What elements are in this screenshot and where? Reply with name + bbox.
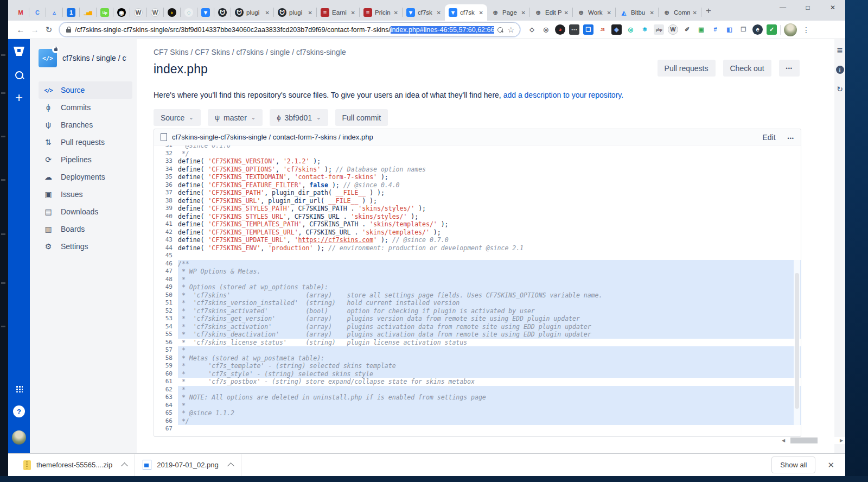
line-number[interactable]: 47 bbox=[154, 268, 178, 276]
tab-close-icon[interactable]: ✕ bbox=[351, 10, 355, 16]
url-text[interactable]: /cf7skins-single-cf7skins-single/src/3bf… bbox=[75, 26, 494, 34]
create-plus-icon[interactable]: + bbox=[15, 92, 23, 103]
pinned-tab-gmail[interactable]: M bbox=[12, 4, 29, 21]
scroll-left-arrow[interactable]: ◀ bbox=[780, 438, 787, 443]
sidebar-item-deployments[interactable]: ☁Deployments bbox=[39, 168, 132, 186]
wordpress-ext-icon[interactable]: W bbox=[668, 24, 678, 35]
tab-close-icon[interactable]: ✕ bbox=[479, 10, 483, 16]
show-all-button[interactable]: Show all bbox=[771, 456, 815, 473]
line-number[interactable]: 53 bbox=[154, 315, 178, 323]
pinned-tab-github-pinned[interactable]: ᗢ bbox=[214, 4, 231, 21]
dark-cube-ext-icon[interactable]: ◆ bbox=[611, 24, 622, 35]
full-commit-button[interactable]: Full commit bbox=[335, 109, 388, 126]
line-number[interactable]: 50 bbox=[154, 291, 178, 300]
chevron-up-icon[interactable] bbox=[121, 462, 128, 470]
tab-close-icon[interactable]: ✕ bbox=[308, 10, 312, 16]
line-number[interactable]: 61 bbox=[154, 378, 178, 386]
ellipsis-box-ext-icon[interactable]: ⋯ bbox=[569, 24, 579, 35]
edit-button[interactable]: Edit bbox=[762, 133, 775, 142]
tab-cf7sk[interactable]: ▼cf7sk✕ bbox=[445, 4, 487, 21]
line-number[interactable]: 44 bbox=[154, 244, 178, 252]
tab-plugi[interactable]: ᗢplugi✕ bbox=[231, 4, 273, 21]
source-dropdown[interactable]: Source bbox=[154, 109, 201, 126]
shield-ext-icon[interactable]: ◇ bbox=[527, 24, 537, 35]
breadcrumb[interactable]: CF7 Skins / CF7 Skins / cf7skins / singl… bbox=[154, 48, 834, 56]
line-number[interactable]: 42 bbox=[154, 229, 178, 237]
downloads-close-icon[interactable]: ✕ bbox=[827, 460, 834, 470]
sync-icon[interactable]: ↻ bbox=[837, 85, 843, 93]
forward-button[interactable]: → bbox=[28, 25, 42, 34]
pinned-tab-teal-dot[interactable]: ◌ bbox=[181, 4, 197, 21]
more-actions-button[interactable] bbox=[779, 60, 800, 77]
tab-cf7sk[interactable]: ▼cf7sk✕ bbox=[403, 4, 445, 21]
pinned-tab-upwork[interactable]: Up bbox=[97, 4, 113, 21]
camera-ext-icon[interactable]: ◎ bbox=[541, 24, 551, 35]
pinned-tab-c-logo[interactable]: C bbox=[29, 4, 46, 21]
line-number[interactable]: 62 bbox=[154, 386, 178, 394]
branch-dropdown[interactable]: ψmaster bbox=[208, 109, 263, 126]
view-details-icon[interactable]: ≣ bbox=[837, 47, 843, 54]
new-tab-button[interactable]: + bbox=[706, 5, 711, 16]
pinned-tab-bitbucket-pinned[interactable]: ▼ bbox=[197, 4, 214, 21]
file-more-button[interactable] bbox=[788, 132, 794, 142]
line-number[interactable]: 52 bbox=[154, 307, 178, 315]
screenshot-ext-icon[interactable]: ❏ bbox=[583, 24, 593, 35]
address-bar[interactable]: /cf7skins-single-cf7skins-single/src/3bf… bbox=[59, 22, 520, 37]
maximize-button[interactable]: □ bbox=[795, 0, 820, 15]
pinned-tab-google-calendar[interactable]: 1 bbox=[63, 4, 79, 21]
repo-header[interactable]: </> cf7skins / single / cf7s... bbox=[39, 49, 132, 67]
pinned-tab-wordpress-1[interactable]: W bbox=[130, 4, 146, 21]
sidebar-item-branches[interactable]: ψBranches bbox=[39, 116, 132, 134]
line-number[interactable]: 49 bbox=[154, 283, 178, 291]
tab-close-icon[interactable]: ✕ bbox=[693, 10, 697, 16]
check-out-button[interactable]: Check out bbox=[723, 60, 771, 77]
commit-dropdown[interactable]: ϕ3bf9d01 bbox=[270, 109, 328, 126]
tag-blue-ext-icon[interactable]: ◧ bbox=[724, 24, 735, 35]
line-number[interactable]: 32 bbox=[154, 150, 178, 158]
sidebar-item-commits[interactable]: ϕCommits bbox=[39, 99, 132, 116]
sidebar-item-pull-requests[interactable]: ⇅Pull requests bbox=[39, 134, 132, 151]
sidebar-item-settings[interactable]: ⚙Settings bbox=[39, 238, 132, 255]
search-icon[interactable] bbox=[15, 71, 23, 79]
download-item[interactable]: 2019-07-01_02.png bbox=[135, 460, 241, 470]
tab-earni[interactable]: ≡Earni✕ bbox=[317, 4, 359, 21]
js-inspector-ext-icon[interactable]: JS bbox=[597, 24, 608, 35]
line-number[interactable]: 63 bbox=[154, 394, 178, 402]
line-number[interactable]: 67 bbox=[154, 425, 178, 433]
line-number[interactable]: 46 bbox=[154, 260, 178, 268]
line-number[interactable]: 36 bbox=[154, 181, 178, 189]
grid-blue-ext-icon[interactable]: # bbox=[710, 24, 720, 35]
pinned-tab-google-analytics[interactable]: ▁▅▇ bbox=[80, 4, 96, 21]
scroll-right-arrow[interactable]: ▶ bbox=[838, 438, 845, 443]
line-number[interactable]: 56 bbox=[154, 339, 178, 347]
chevron-up-icon[interactable] bbox=[227, 462, 234, 470]
tab-pricin[interactable]: ≡Pricin✕ bbox=[360, 4, 402, 21]
browser-profile-avatar[interactable] bbox=[784, 23, 797, 36]
pinned-tab-wordpress-2[interactable]: W bbox=[147, 4, 163, 21]
crop-green-ext-icon[interactable]: ▣ bbox=[696, 24, 706, 35]
file-path[interactable]: cf7skins-single-cf7skins-single / contac… bbox=[172, 133, 762, 141]
tab-work[interactable]: ⊕Work✕ bbox=[573, 4, 615, 21]
pull-requests-button[interactable]: Pull requests bbox=[658, 60, 716, 77]
pinned-tab-dark-badge[interactable]: ◗ bbox=[164, 4, 180, 21]
tab-close-icon[interactable]: ✕ bbox=[265, 10, 270, 16]
php-ext-icon[interactable]: php bbox=[654, 24, 664, 35]
line-number[interactable]: 58 bbox=[154, 354, 178, 363]
omnibox-search-icon[interactable] bbox=[497, 27, 503, 33]
line-number[interactable]: 60 bbox=[154, 370, 178, 378]
code-scrollbar-thumb[interactable] bbox=[795, 273, 799, 409]
sidebar-item-downloads[interactable]: ▤Downloads bbox=[39, 203, 132, 220]
reload-button[interactable]: ↻ bbox=[42, 25, 56, 35]
tab-close-icon[interactable]: ✕ bbox=[437, 10, 441, 16]
tab-close-icon[interactable]: ✕ bbox=[521, 10, 526, 16]
tab-close-icon[interactable]: ✕ bbox=[394, 10, 398, 16]
close-button[interactable]: ✕ bbox=[820, 0, 845, 15]
teal-rings-ext-icon[interactable]: ◎ bbox=[626, 24, 636, 35]
browser-menu-icon[interactable]: ⋮ bbox=[802, 26, 810, 34]
line-number[interactable]: 54 bbox=[154, 323, 178, 331]
info-icon[interactable]: i bbox=[836, 66, 844, 74]
sidebar-item-boards[interactable]: ▥Boards bbox=[39, 220, 132, 238]
line-number[interactable]: 55 bbox=[154, 331, 178, 339]
back-button[interactable]: ← bbox=[14, 25, 28, 34]
minimize-button[interactable]: — bbox=[770, 0, 795, 15]
